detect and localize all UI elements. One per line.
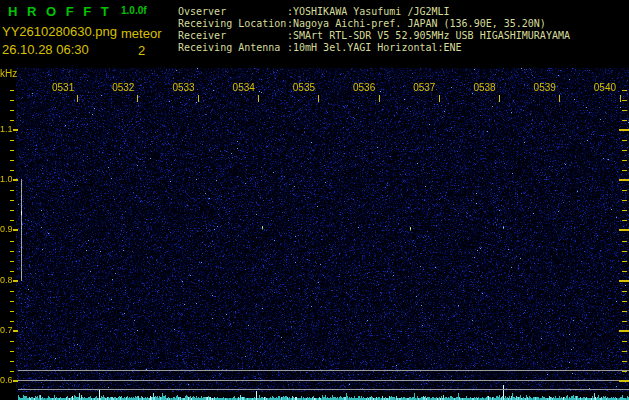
hrofft-window: H R O F F T 1.0.0f YY2610280630.png mete…	[0, 0, 629, 400]
freq-minor-tick-right	[622, 371, 627, 372]
freq-major-tick-left	[13, 229, 18, 231]
station-row: Ovserver:YOSHIKAWA Yasufumi /JG2MLI	[178, 6, 570, 18]
freq-minor-tick-left	[10, 100, 14, 101]
freq-minor-tick-right	[622, 261, 627, 262]
freq-major-tick-left	[13, 129, 18, 131]
station-row-value: :Nagoya Aichi-pref. JAPAN (136.90E, 35.2…	[287, 18, 546, 29]
freq-minor-tick-left	[10, 311, 14, 312]
freq-minor-tick-right	[622, 311, 627, 312]
freq-major-tick-right	[619, 380, 629, 382]
freq-minor-tick-right	[622, 110, 627, 111]
station-row: Receiver:SMArt RTL-SDR V5 52.905MHz USB …	[178, 30, 570, 42]
freq-minor-tick-right	[622, 271, 627, 272]
freq-minor-tick-right	[622, 251, 627, 252]
freq-minor-tick-left	[10, 261, 14, 262]
freq-minor-tick-right	[622, 220, 627, 221]
freq-major-tick-left	[13, 330, 18, 332]
freq-minor-tick-left	[10, 220, 14, 221]
freq-minor-tick-right	[622, 351, 627, 352]
freq-minor-tick-left	[10, 361, 14, 362]
time-axis-label: 0535	[293, 82, 315, 93]
freq-minor-tick-right	[622, 170, 627, 171]
freq-minor-tick-left	[10, 110, 14, 111]
freq-axis-label: 1.1	[0, 124, 13, 134]
time-minute-tick	[198, 95, 199, 102]
freq-minor-tick-left	[10, 321, 14, 322]
station-row-value: :SMArt RTL-SDR V5 52.905MHz USB HIGASHIM…	[287, 30, 570, 41]
time-axis-label: 0534	[233, 82, 255, 93]
station-row-value: :10mH 3el.YAGI Horizontal:ENE	[287, 42, 462, 53]
freq-minor-tick-left	[10, 351, 14, 352]
time-minute-tick	[559, 95, 560, 102]
freq-major-tick-right	[619, 129, 629, 131]
spectrogram-canvas	[16, 68, 629, 400]
freq-minor-tick-right	[622, 200, 627, 201]
freq-minor-tick-right	[622, 341, 627, 342]
carrier-band-line-center	[18, 380, 629, 381]
freq-minor-tick-right	[622, 301, 627, 302]
time-axis-label: 0540	[594, 82, 616, 93]
freq-axis-label: 0.8	[0, 275, 13, 285]
freq-minor-tick-right	[622, 120, 627, 121]
freq-minor-tick-right	[622, 160, 627, 161]
freq-minor-tick-right	[622, 361, 627, 362]
carrier-band-line-lower	[18, 389, 629, 390]
freq-minor-tick-right	[622, 140, 627, 141]
carrier-band-line-upper	[18, 370, 629, 371]
station-row: Receiving Antenna:10mH 3el.YAGI Horizont…	[178, 42, 570, 54]
time-minute-tick	[620, 95, 621, 102]
freq-minor-tick-left	[10, 160, 14, 161]
freq-major-tick-left	[13, 380, 18, 382]
freq-minor-tick-right	[622, 210, 627, 211]
freq-major-tick-right	[619, 280, 629, 282]
freq-major-tick-right	[619, 330, 629, 332]
freq-axis-label: 0.6	[0, 375, 13, 385]
freq-minor-tick-left	[10, 120, 14, 121]
freq-minor-tick-left	[10, 190, 14, 191]
freq-minor-tick-left	[10, 371, 14, 372]
time-minute-tick	[77, 95, 78, 102]
station-row-label: Receiving Location	[178, 18, 287, 30]
time-minute-tick	[258, 95, 259, 102]
echo-count: 2	[138, 43, 145, 58]
freq-minor-tick-left	[10, 291, 14, 292]
freq-minor-tick-left	[10, 341, 14, 342]
time-axis-label: 0532	[112, 82, 134, 93]
time-minute-tick	[379, 95, 380, 102]
output-filename: YY2610280630.png	[2, 24, 117, 39]
time-axis-label: 0537	[413, 82, 435, 93]
freq-axis-label: 0.9	[0, 224, 13, 234]
freq-minor-tick-right	[622, 291, 627, 292]
freq-minor-tick-right	[622, 150, 627, 151]
observation-datetime: 26.10.28 06:30	[2, 42, 89, 57]
freq-minor-tick-right	[622, 321, 627, 322]
station-row: Receiving Location:Nagoya Aichi-pref. JA…	[178, 18, 570, 30]
station-info: Ovserver:YOSHIKAWA Yasufumi /JG2MLIRecei…	[178, 6, 570, 54]
freq-minor-tick-left	[10, 241, 14, 242]
time-axis-label: 0538	[473, 82, 495, 93]
station-row-label: Receiver	[178, 30, 287, 42]
time-minute-tick	[499, 95, 500, 102]
freq-minor-tick-right	[622, 190, 627, 191]
freq-minor-tick-left	[10, 301, 14, 302]
app-version: 1.0.0f	[121, 5, 147, 16]
freq-major-tick-right	[619, 229, 629, 231]
freq-minor-tick-left	[10, 150, 14, 151]
time-minute-tick	[137, 95, 138, 102]
freq-minor-tick-left	[10, 271, 14, 272]
freq-major-tick-left	[13, 179, 18, 181]
freq-minor-tick-left	[10, 140, 14, 141]
freq-minor-tick-left	[10, 210, 14, 211]
freq-minor-tick-left	[10, 200, 14, 201]
time-axis-label: 0531	[52, 82, 74, 93]
freq-minor-tick-left	[10, 251, 14, 252]
freq-minor-tick-right	[622, 90, 627, 91]
time-minute-tick	[439, 95, 440, 102]
freq-major-tick-left	[13, 280, 18, 282]
time-axis-label: 0536	[353, 82, 375, 93]
station-row-label: Receiving Antenna	[178, 42, 287, 54]
freq-minor-tick-right	[622, 100, 627, 101]
freq-major-tick-right	[619, 179, 629, 181]
time-axis-label: 0539	[534, 82, 556, 93]
station-row-value: :YOSHIKAWA Yasufumi /JG2MLI	[287, 6, 450, 17]
